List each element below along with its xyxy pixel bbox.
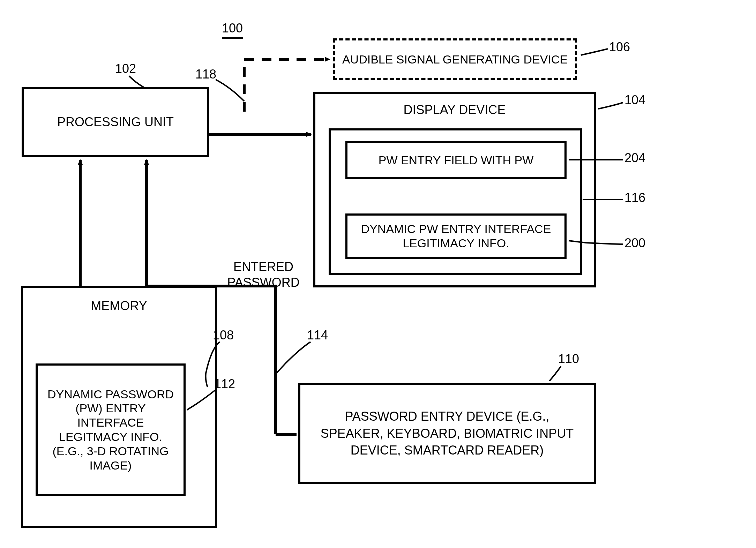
password-entry-device-box: PASSWORD ENTRY DEVICE (E.G., SPEAKER, KE… [298,383,596,484]
entered-password-label: ENTERED PASSWORD [216,259,310,290]
memory-inner-label: DYNAMIC PASSWORD (PW) ENTRY INTERFACE LE… [43,387,179,473]
processing-unit-label: PROCESSING UNIT [57,115,174,129]
pw-legitimacy-box: DYNAMIC PW ENTRY INTERFACE LEGITIMACY IN… [345,213,567,259]
ref-106: 106 [609,40,630,54]
processing-unit-box: PROCESSING UNIT [22,87,209,157]
audible-box: AUDIBLE SIGNAL GENERATING DEVICE [333,38,577,80]
password-entry-device-label: PASSWORD ENTRY DEVICE (E.G., SPEAKER, KE… [314,408,580,459]
ref-116: 116 [624,190,645,205]
ref-100-underline [222,37,243,39]
ref-104: 104 [624,93,645,107]
ref-108: 108 [213,328,234,343]
pw-field-label: PW ENTRY FIELD WITH PW [379,153,534,167]
ref-200: 200 [624,236,645,250]
display-device-label: DISPLAY DEVICE [404,103,506,117]
memory-inner-box: DYNAMIC PASSWORD (PW) ENTRY INTERFACE LE… [36,363,186,496]
memory-label: MEMORY [91,299,147,313]
ref-112: 112 [214,377,235,391]
ref-114: 114 [307,328,328,343]
ref-102: 102 [115,61,136,76]
ref-110: 110 [558,352,579,366]
ref-118: 118 [195,67,216,82]
diagram-canvas: 100 PROCESSING UNIT MEMORY DYNAMIC PASSW… [0,0,756,548]
pw-legitimacy-label: DYNAMIC PW ENTRY INTERFACE LEGITIMACY IN… [354,222,558,250]
ref-204: 204 [624,151,645,165]
ref-100: 100 [222,21,243,36]
audible-label: AUDIBLE SIGNAL GENERATING DEVICE [342,52,568,67]
pw-field-box: PW ENTRY FIELD WITH PW [345,141,567,179]
